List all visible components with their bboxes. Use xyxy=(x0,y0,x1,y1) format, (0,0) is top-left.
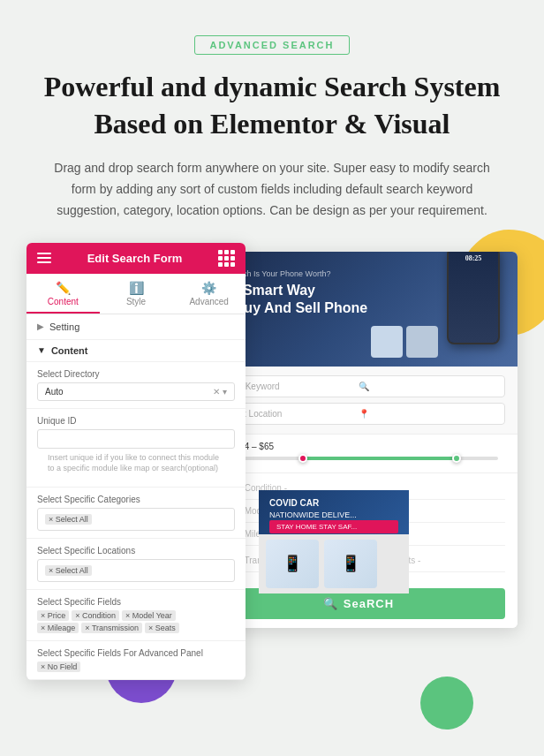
fields-group: Select Specific Fields × Price × Conditi… xyxy=(26,590,246,641)
editor-tabs: ✏️ Content ℹ️ Style ⚙️ Advanced xyxy=(26,274,246,314)
tag-select-all-cat[interactable]: × Select All xyxy=(45,514,92,525)
clear-icon[interactable]: ✕ ▾ xyxy=(213,387,227,397)
unique-id-label: Unique ID xyxy=(37,416,235,426)
product-item-1: 📱 xyxy=(266,540,319,588)
tag-transmission[interactable]: × Transmission xyxy=(81,623,142,633)
location-field[interactable]: Select Location 📍 xyxy=(212,403,505,425)
categories-group: Select Specific Categories × Select All xyxy=(26,488,246,539)
product-img-2 xyxy=(406,326,438,358)
screenshots-wrapper: Edit Search Form ✏️ Content ℹ️ Style xyxy=(26,243,518,667)
pencil-icon: ✏️ xyxy=(30,281,96,295)
tag-price[interactable]: × Price xyxy=(37,610,69,621)
fields-tags-row-2: × Mileage × Transmission × Seats xyxy=(37,623,235,633)
search-button-icon: 🔍 xyxy=(323,597,338,610)
content-label: Content xyxy=(51,345,88,356)
product-grid: 📱 📱 xyxy=(259,534,409,593)
description: Drag and drop search form anywhere on yo… xyxy=(51,158,493,221)
tag-transmission-label: × Transmission xyxy=(85,624,139,632)
price-slider[interactable] xyxy=(219,457,498,460)
content-section[interactable]: ▼ Content xyxy=(26,340,246,362)
product-img-1 xyxy=(371,326,403,358)
banner-cta[interactable]: STAY HOME STAY SAF... xyxy=(269,520,398,533)
directory-select[interactable]: Auto ✕ ▾ xyxy=(37,382,235,401)
advanced-tags-row: × No Field xyxy=(37,662,235,672)
keyword-field[interactable]: Enter Keyword 🔍 xyxy=(212,375,505,397)
price-range-section: Price $44 – $65 xyxy=(200,435,518,473)
advanced-search-badge: ADVANCED SEARCH xyxy=(194,35,349,55)
grid-icon[interactable] xyxy=(218,250,235,267)
product-thumb-inner-1: 📱 xyxy=(266,540,319,588)
hamburger-icon[interactable] xyxy=(37,253,51,263)
header-section: ADVANCED SEARCH Powerful and dynamic Sea… xyxy=(26,35,518,222)
tag-seats[interactable]: × Seats xyxy=(145,623,179,633)
slider-thumb-left[interactable] xyxy=(298,454,307,463)
hero-phone: 08:25 xyxy=(447,252,500,344)
tag-model-year[interactable]: × Model Year xyxy=(122,610,176,621)
gear-icon: ⚙️ xyxy=(176,281,242,295)
product-item-2: 📱 xyxy=(324,540,377,588)
hero-section: How Much Is Your Phone Worth? The Smart … xyxy=(200,252,518,367)
search-button-label: SeaRCH xyxy=(344,597,394,610)
editor-title: Edit Search Form xyxy=(87,252,183,265)
setting-label: Setting xyxy=(49,321,79,332)
unique-id-input[interactable] xyxy=(37,429,235,449)
directory-value: Auto xyxy=(45,387,64,397)
tab-content[interactable]: ✏️ Content xyxy=(26,274,100,314)
tag-label: × Select All xyxy=(49,515,88,524)
search-icon: 🔍 xyxy=(359,382,495,391)
helper-text: Insert unique id if you like to connect … xyxy=(37,449,235,480)
directory-label: Select Directory xyxy=(37,369,235,379)
arrow-right-icon: ▶ xyxy=(37,321,44,331)
editor-header: Edit Search Form xyxy=(26,243,246,274)
editor-panel: Edit Search Form ✏️ Content ℹ️ Style xyxy=(26,243,246,680)
locations-input[interactable]: × Select All xyxy=(37,559,235,582)
phone-time: 08:25 xyxy=(465,254,482,262)
tab-style-label: Style xyxy=(126,297,146,306)
tag-mileage[interactable]: × Mileage xyxy=(37,623,79,633)
phone-screen: 08:25 xyxy=(449,252,498,343)
location-icon: 📍 xyxy=(359,409,495,419)
unique-id-group: Unique ID Insert unique id if you like t… xyxy=(26,409,246,488)
tag-model-year-label: × Model Year xyxy=(125,611,172,620)
search-panel: Enter Keyword 🔍 Select Location 📍 xyxy=(200,367,518,435)
fields-label: Select Specific Fields xyxy=(37,597,235,607)
blob-green xyxy=(420,677,473,730)
tag-price-label: × Price xyxy=(41,611,65,620)
advanced-panel-group: Select Specific Fields For Advanced Pane… xyxy=(26,641,246,680)
main-title: Powerful and dynamic Search SystemBased … xyxy=(26,69,518,142)
tag-condition[interactable]: × Condition xyxy=(72,610,119,621)
slider-fill xyxy=(303,457,457,460)
slider-thumb-right[interactable] xyxy=(452,454,461,463)
banner-title: COVID CAR xyxy=(269,497,398,510)
tab-content-label: Content xyxy=(48,297,79,306)
tab-advanced-label: Advanced xyxy=(189,297,228,306)
page-wrapper: ADVANCED SEARCH Powerful and dynamic Sea… xyxy=(0,0,544,756)
tab-style[interactable]: ℹ️ Style xyxy=(100,274,173,314)
categories-input[interactable]: × Select All xyxy=(37,508,235,531)
banner-subtitle: NATIONWIDE DELIVE... xyxy=(269,510,398,521)
tag-no-field[interactable]: × No Field xyxy=(37,662,80,672)
advanced-label: Select Specific Fields For Advanced Pane… xyxy=(37,648,235,658)
tag-no-field-label: × No Field xyxy=(41,662,77,671)
tag-label-loc: × Select All xyxy=(49,566,88,575)
arrow-down-icon: ▼ xyxy=(37,345,46,355)
hero-product-images xyxy=(371,326,438,358)
setting-section[interactable]: ▶ Setting xyxy=(26,314,246,340)
select-directory-group: Select Directory Auto ✕ ▾ xyxy=(26,362,246,409)
tab-advanced[interactable]: ⚙️ Advanced xyxy=(172,274,246,314)
tag-seats-label: × Seats xyxy=(148,624,176,632)
price-label: Price $44 – $65 xyxy=(212,442,505,451)
product-thumb-inner-2: 📱 xyxy=(324,540,377,588)
covid-banner: COVID CAR NATIONWIDE DELIVE... STAY HOME… xyxy=(259,490,409,541)
locations-label: Select Specific Locations xyxy=(37,546,235,556)
tag-select-all-loc[interactable]: × Select All xyxy=(45,565,92,576)
categories-label: Select Specific Categories xyxy=(37,495,235,504)
editor-body: ▶ Setting ▼ Content Select Directory Aut… xyxy=(26,314,246,680)
locations-group: Select Specific Locations × Select All xyxy=(26,539,246,590)
tag-condition-label: × Condition xyxy=(75,611,116,620)
fields-tags-row: × Price × Condition × Model Year xyxy=(37,610,235,621)
tag-mileage-label: × Mileage xyxy=(41,624,75,632)
banner-content: COVID CAR NATIONWIDE DELIVE... STAY HOME… xyxy=(269,497,398,534)
info-icon: ℹ️ xyxy=(103,281,170,295)
